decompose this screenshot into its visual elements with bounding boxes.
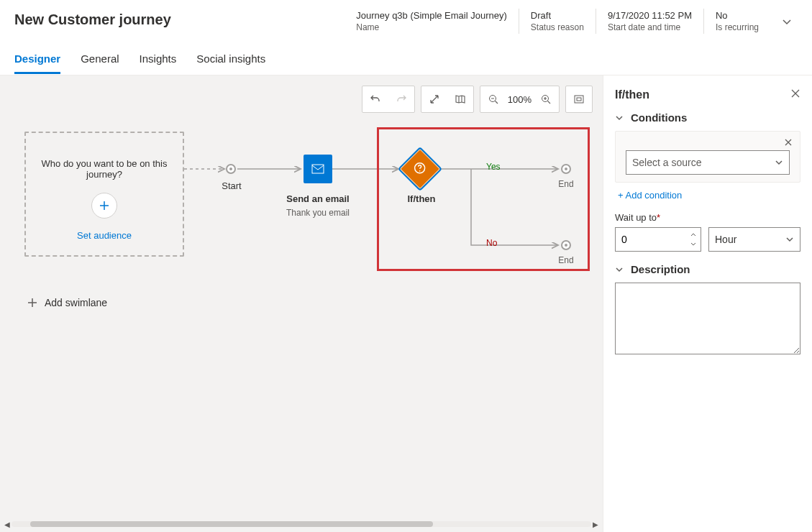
svg-point-10 bbox=[419, 170, 421, 172]
redo-icon bbox=[396, 93, 407, 105]
email-icon bbox=[311, 162, 325, 176]
ifthen-label: If/then bbox=[400, 193, 443, 204]
audience-placeholder[interactable]: Who do you want to be on this journey? S… bbox=[24, 132, 184, 257]
plus-icon bbox=[99, 200, 110, 211]
wait-step-up[interactable] bbox=[688, 229, 699, 239]
header-fields: Journey q3b (Simple Email Journey) Name … bbox=[345, 9, 770, 34]
minimap-button[interactable] bbox=[447, 86, 473, 112]
chevron-down-icon bbox=[690, 242, 696, 247]
chevron-down-icon bbox=[782, 17, 792, 27]
chevron-down-icon bbox=[615, 114, 624, 122]
chevron-down-icon bbox=[775, 158, 783, 167]
tab-general[interactable]: General bbox=[81, 52, 119, 74]
main-area: 100% bbox=[0, 75, 812, 532]
description-toggle[interactable]: Description bbox=[615, 263, 800, 275]
email-tile[interactable] bbox=[304, 155, 332, 183]
tab-insights[interactable]: Insights bbox=[140, 52, 177, 74]
start-label: Start bbox=[216, 180, 247, 191]
condition-card: Select a source bbox=[615, 131, 800, 183]
conditions-title: Conditions bbox=[631, 111, 687, 124]
source-placeholder: Select a source bbox=[632, 157, 702, 168]
ifthen-tile[interactable] bbox=[398, 147, 442, 191]
wait-unit-select[interactable]: Hour bbox=[708, 227, 800, 252]
wait-value-input[interactable] bbox=[615, 227, 701, 252]
add-condition-link[interactable]: + Add condition bbox=[615, 190, 800, 201]
header-field-recurring[interactable]: No Is recurring bbox=[703, 9, 770, 34]
chevron-down-icon bbox=[615, 265, 624, 274]
header-field-status[interactable]: Draft Status reason bbox=[519, 9, 596, 34]
zoom-out-icon bbox=[488, 93, 499, 105]
end-label-yes: End bbox=[555, 179, 577, 189]
close-icon bbox=[790, 88, 800, 98]
question-icon bbox=[414, 162, 426, 175]
tab-designer[interactable]: Designer bbox=[14, 52, 60, 74]
add-swimlane-button[interactable]: Add swimlane bbox=[27, 297, 107, 308]
scroll-left-arrow[interactable]: ◀ bbox=[3, 519, 12, 529]
expand-header-button[interactable] bbox=[776, 12, 798, 33]
redo-button[interactable] bbox=[388, 86, 414, 112]
chevron-up-icon bbox=[690, 232, 696, 237]
branch-no-label: No bbox=[486, 238, 497, 248]
header-field-name[interactable]: Journey q3b (Simple Email Journey) Name bbox=[345, 9, 519, 34]
fullscreen-button[interactable] bbox=[421, 86, 447, 112]
conditions-toggle[interactable]: Conditions bbox=[615, 111, 800, 124]
end-node-yes[interactable] bbox=[561, 164, 571, 174]
close-panel-button[interactable] bbox=[790, 88, 800, 101]
end-label-no: End bbox=[555, 255, 577, 265]
horizontal-scrollbar[interactable]: ◀ ▶ bbox=[3, 519, 600, 529]
svg-rect-8 bbox=[312, 165, 324, 173]
fit-to-screen-button[interactable] bbox=[566, 86, 592, 112]
wait-section: Wait up to* Hour bbox=[615, 212, 800, 252]
description-section: Description bbox=[615, 263, 800, 357]
conditions-section: Conditions Select a source + Add conditi… bbox=[615, 111, 800, 201]
wait-step-down[interactable] bbox=[688, 239, 699, 249]
wait-unit-value: Hour bbox=[715, 234, 736, 245]
panel-title: If/then bbox=[615, 88, 649, 101]
add-audience-button[interactable] bbox=[91, 193, 117, 219]
scroll-right-arrow[interactable]: ▶ bbox=[591, 519, 600, 529]
branch-yes-label: Yes bbox=[486, 162, 501, 172]
start-node[interactable] bbox=[226, 164, 236, 174]
plus-icon bbox=[27, 298, 37, 308]
end-node-no[interactable] bbox=[561, 240, 571, 250]
tab-social-insights[interactable]: Social insights bbox=[196, 52, 265, 74]
map-icon bbox=[455, 93, 466, 105]
set-audience-link[interactable]: Set audience bbox=[77, 230, 132, 241]
designer-canvas[interactable]: 100% bbox=[0, 75, 603, 532]
undo-icon bbox=[370, 93, 381, 105]
source-select[interactable]: Select a source bbox=[626, 150, 790, 175]
zoom-level: 100% bbox=[506, 94, 533, 105]
audience-question: Who do you want to be on this journey? bbox=[26, 158, 183, 180]
description-textarea[interactable] bbox=[615, 283, 800, 354]
tab-bar: Designer General Insights Social insight… bbox=[0, 52, 812, 75]
expand-icon bbox=[429, 93, 440, 105]
zoom-in-button[interactable] bbox=[533, 86, 559, 112]
remove-condition-button[interactable] bbox=[784, 137, 793, 149]
description-title: Description bbox=[631, 263, 690, 275]
add-swimlane-label: Add swimlane bbox=[45, 297, 107, 308]
scroll-thumb[interactable] bbox=[30, 521, 433, 527]
fit-icon bbox=[573, 93, 585, 105]
zoom-in-icon bbox=[540, 93, 552, 105]
properties-panel: If/then Conditions Select a source + Add… bbox=[603, 75, 812, 532]
wait-label: Wait up to* bbox=[615, 212, 800, 223]
chevron-down-icon bbox=[785, 235, 794, 244]
page-title: New Customer journey bbox=[14, 9, 345, 28]
header-field-start-date[interactable]: 9/17/2020 11:52 PM Start date and time bbox=[596, 9, 703, 34]
undo-button[interactable] bbox=[362, 86, 388, 112]
canvas-toolbar: 100% bbox=[362, 86, 593, 113]
svg-rect-2 bbox=[575, 96, 583, 103]
email-title: Send an email bbox=[282, 193, 354, 204]
svg-rect-3 bbox=[577, 98, 581, 101]
email-subtitle: Thank you email bbox=[278, 208, 358, 218]
zoom-out-button[interactable] bbox=[480, 86, 506, 112]
page-header: New Customer journey Journey q3b (Simple… bbox=[0, 0, 812, 40]
close-icon bbox=[784, 138, 793, 147]
